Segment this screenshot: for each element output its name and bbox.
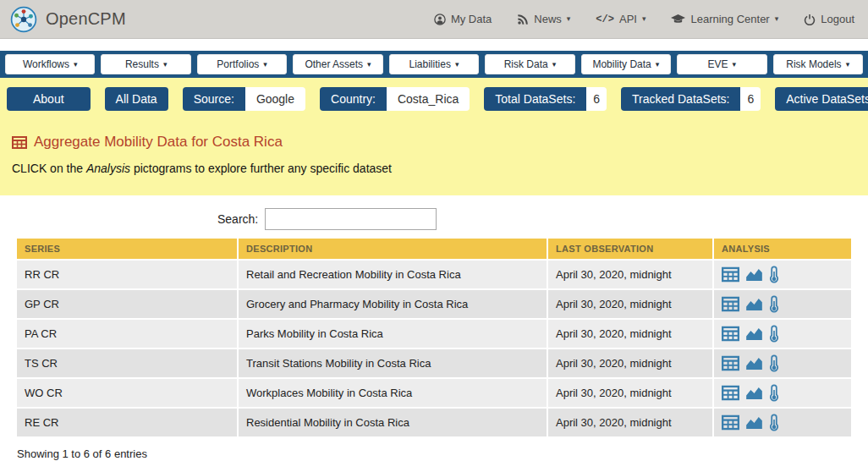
nav-label: Risk Models <box>786 58 841 70</box>
dataset-thermometer-icon[interactable] <box>769 325 779 343</box>
column-header-series: SERIES <box>17 239 239 259</box>
learning-center-menu[interactable]: Learning Center ▾ <box>671 13 778 25</box>
main-content: Search: SERIES DESCRIPTION LAST OBSERVAT… <box>0 208 868 460</box>
description-cell: Workplaces Mobility in Costa Rica <box>239 377 548 407</box>
dataset-table-icon[interactable] <box>722 385 739 401</box>
caret-down-icon: ▾ <box>552 61 557 69</box>
all-data-button[interactable]: All Data <box>105 87 168 111</box>
nav-other-assets[interactable]: Other Assets▾ <box>293 54 382 74</box>
dataset-table-icon[interactable] <box>722 266 739 283</box>
country-value-link[interactable]: Costa_Rica <box>387 87 470 111</box>
api-menu[interactable]: </> API ▾ <box>596 13 646 25</box>
total-datasets-label: Total DataSets: <box>484 87 586 111</box>
nav-eve[interactable]: EVE▾ <box>677 54 766 74</box>
caret-down-icon: ▾ <box>656 61 660 69</box>
caret-down-icon: ▾ <box>263 61 267 69</box>
dataset-chart-icon[interactable] <box>745 326 763 342</box>
analysis-cell <box>714 259 851 288</box>
dataset-thermometer-icon[interactable] <box>769 414 779 431</box>
my-data-link[interactable]: My Data <box>434 13 492 25</box>
tracked-datasets-value: 6 <box>740 87 761 111</box>
caret-down-icon: ▾ <box>733 61 737 69</box>
nav-liabilities[interactable]: Liabilities▾ <box>389 54 479 74</box>
nav-label: Risk Data <box>504 58 548 70</box>
nav-label: Mobility Data <box>592 58 651 70</box>
graduation-cap-icon <box>671 14 685 25</box>
country-label: Country: <box>320 87 387 111</box>
nav-label: Results <box>125 58 159 70</box>
table-row: PA CR Parks Mobility in Costa Rica April… <box>17 318 851 348</box>
code-icon: </> <box>596 14 614 25</box>
user-icon <box>434 14 446 25</box>
table-row: GP CR Grocery and Pharmacy Mobility in C… <box>17 288 851 318</box>
nav-risk-data[interactable]: Risk Data▾ <box>485 54 574 74</box>
nav-workflows[interactable]: Workflows▾ <box>5 54 95 74</box>
source-value: Google <box>245 87 305 111</box>
nav-mobility-data[interactable]: Mobility Data▾ <box>581 54 671 74</box>
last-observation-cell: April 30, 2020, midnight <box>548 407 714 436</box>
brand: OpenCPM <box>10 6 126 33</box>
entries-summary: Showing 1 to 6 of 6 entries <box>17 447 851 460</box>
instruction-prefix: CLICK on the <box>12 162 86 175</box>
top-header: OpenCPM My Data News ▾ </> API ▾ Learnin… <box>0 0 868 39</box>
page-title: Aggregate Mobility Data for Costa Rica <box>12 134 856 151</box>
dataset-thermometer-icon[interactable] <box>769 354 779 372</box>
logout-link[interactable]: Logout <box>804 13 854 25</box>
dataset-thermometer-icon[interactable] <box>769 384 779 402</box>
dataset-table-icon[interactable] <box>722 326 739 342</box>
active-datasets-group: Active DataSets: 0 <box>775 87 868 111</box>
caret-down-icon: ▾ <box>74 61 78 69</box>
description-cell: Transit Stations Mobility in Costa Rica <box>239 348 548 377</box>
about-button[interactable]: About <box>7 87 91 111</box>
page-instruction: CLICK on the Analysis pictograms to expl… <box>12 162 856 175</box>
learning-center-label: Learning Center <box>690 13 769 25</box>
search-input[interactable] <box>265 208 437 230</box>
dataset-thermometer-icon[interactable] <box>769 266 779 283</box>
dataset-thermometer-icon[interactable] <box>769 295 779 313</box>
description-cell: Parks Mobility in Costa Rica <box>239 318 548 348</box>
caret-down-icon: ▾ <box>367 61 371 69</box>
news-menu[interactable]: News ▾ <box>517 13 570 25</box>
brand-name: OpenCPM <box>46 9 126 29</box>
series-cell: RE CR <box>17 407 239 436</box>
analysis-cell <box>714 318 851 348</box>
last-observation-cell: April 30, 2020, midnight <box>548 259 714 288</box>
header-menu: My Data News ▾ </> API ▾ Learning Center… <box>434 13 854 25</box>
search-label: Search: <box>217 212 258 226</box>
description-cell: Retail and Recreation Mobility in Costa … <box>239 259 548 288</box>
nav-results[interactable]: Results▾ <box>101 54 190 74</box>
dataset-chart-icon[interactable] <box>745 296 763 312</box>
dataset-table-icon[interactable] <box>722 296 739 312</box>
search-row: Search: <box>217 208 868 230</box>
description-cell: Grocery and Pharmacy Mobility in Costa R… <box>239 288 548 318</box>
dataset-table-icon[interactable] <box>722 414 739 431</box>
last-observation-cell: April 30, 2020, midnight <box>548 288 714 318</box>
analysis-cell <box>714 288 851 318</box>
total-datasets-value: 6 <box>586 87 607 111</box>
dataset-chart-icon[interactable] <box>745 266 763 283</box>
series-cell: GP CR <box>17 288 239 318</box>
news-feed-icon <box>517 14 529 25</box>
table-row: RR CR Retail and Recreation Mobility in … <box>17 259 851 288</box>
table-icon <box>12 136 27 149</box>
nav-portfolios[interactable]: Portfolios▾ <box>197 54 287 74</box>
dataset-summary-chips: About All Data Source: Google Country: C… <box>7 87 861 111</box>
dataset-chart-icon[interactable] <box>745 414 763 431</box>
power-icon <box>804 14 816 25</box>
source-group: Source: Google <box>183 87 305 111</box>
analysis-cell <box>714 377 851 407</box>
active-datasets-label: Active DataSets: <box>775 87 868 111</box>
dataset-chart-icon[interactable] <box>745 385 763 401</box>
caret-down-icon: ▾ <box>567 15 571 23</box>
news-label: News <box>534 13 562 25</box>
page-title-text: Aggregate Mobility Data for Costa Rica <box>34 134 283 151</box>
dataset-table-icon[interactable] <box>722 355 739 371</box>
source-label: Source: <box>183 87 245 111</box>
tracked-datasets-group: Tracked DataSets: 6 <box>621 87 761 111</box>
caret-down-icon: ▾ <box>642 15 646 23</box>
dataset-chart-icon[interactable] <box>745 355 763 371</box>
country-group: Country: Costa_Rica <box>320 87 470 111</box>
nav-label: Portfolios <box>217 58 259 70</box>
table-row: RE CR Residential Mobility in Costa Rica… <box>17 407 851 436</box>
nav-risk-models[interactable]: Risk Models▾ <box>773 54 863 74</box>
